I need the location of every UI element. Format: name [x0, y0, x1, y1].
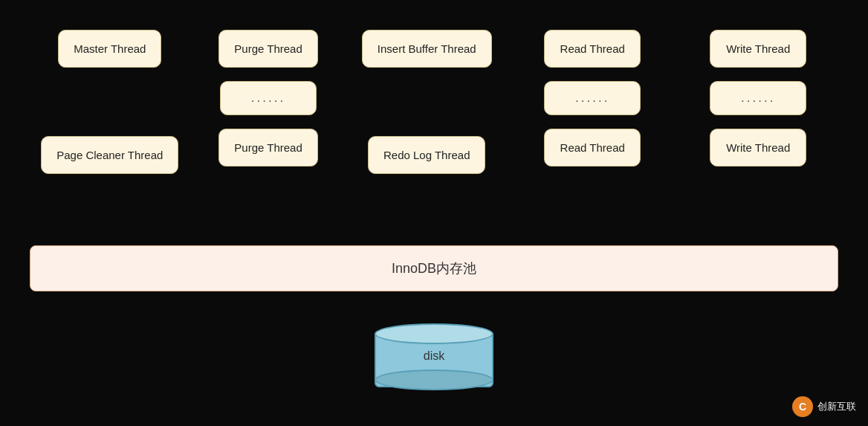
logo-icon: C [792, 396, 813, 417]
insert-buffer-thread-label: Insert Buffer Thread [378, 42, 476, 55]
purge-thread-label-2: Purge Thread [234, 141, 302, 154]
logo-icon-text: C [799, 401, 806, 413]
column-master: Master Thread Page Cleaner Thread [37, 30, 183, 174]
write-thread-box-2: Write Thread [710, 129, 806, 167]
redo-log-thread-box: Redo Log Thread [368, 136, 485, 174]
master-thread-box: Master Thread [58, 30, 161, 68]
read-thread-box-1: Read Thread [544, 30, 641, 68]
insert-buffer-thread-box: Insert Buffer Thread [362, 30, 492, 68]
purge-dots-box: ...... [220, 81, 317, 115]
innodb-memory-pool-bar: InnoDB内存池 [30, 245, 838, 291]
thread-diagram: Master Thread Page Cleaner Thread Purge … [0, 0, 868, 238]
purge-thread-box-2: Purge Thread [218, 129, 317, 167]
read-thread-label-1: Read Thread [560, 42, 625, 55]
disk-top-ellipse [375, 323, 493, 344]
redo-log-thread-label: Redo Log Thread [383, 149, 470, 161]
write-dots: ...... [741, 91, 775, 105]
write-dots-box: ...... [710, 81, 806, 115]
purge-thread-box-1: Purge Thread [218, 30, 317, 68]
read-dots: ...... [575, 91, 609, 105]
column-read: Read Thread ...... Read Thread [519, 30, 665, 167]
write-thread-box-1: Write Thread [710, 30, 806, 68]
disk-label: disk [375, 349, 493, 363]
master-thread-label: Master Thread [74, 42, 146, 55]
disk-container: disk [375, 323, 493, 390]
logo-text: 创新互联 [817, 400, 856, 413]
purge-thread-label-1: Purge Thread [234, 42, 302, 55]
write-thread-label-2: Write Thread [726, 141, 790, 154]
read-thread-label-2: Read Thread [560, 141, 625, 154]
disk-bottom-ellipse [375, 369, 493, 390]
page-cleaner-thread-box: Page Cleaner Thread [41, 136, 178, 174]
logo: C 创新互联 [792, 396, 856, 417]
write-thread-label-1: Write Thread [726, 42, 790, 55]
read-thread-box-2: Read Thread [544, 129, 641, 167]
page-cleaner-thread-label: Page Cleaner Thread [56, 149, 163, 161]
purge-dots: ...... [251, 91, 285, 105]
column-write: Write Thread ...... Write Thread [685, 30, 831, 167]
column-insert: Insert Buffer Thread Redo Log Thread [354, 30, 499, 174]
innodb-label: InnoDB内存池 [392, 259, 476, 277]
column-purge: Purge Thread ...... Purge Thread [203, 30, 334, 167]
read-dots-box: ...... [544, 81, 641, 115]
